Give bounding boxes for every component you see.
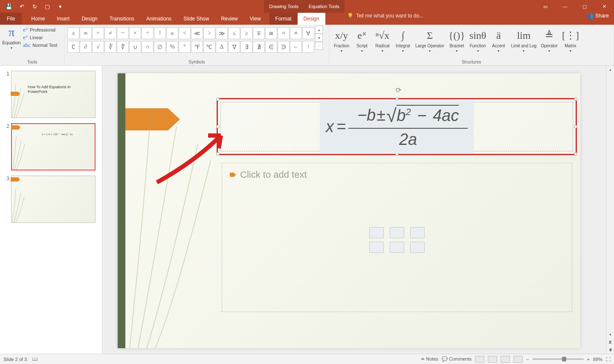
symbol-cell[interactable]: ≠ bbox=[104, 27, 116, 39]
resize-handle[interactable] bbox=[574, 125, 577, 128]
tab-review[interactable]: Review bbox=[215, 13, 243, 25]
symbol-cell[interactable]: ∩ bbox=[142, 41, 154, 53]
symbol-cell[interactable]: ∀ bbox=[302, 27, 314, 39]
insert-table-icon[interactable] bbox=[369, 227, 384, 238]
notes-button[interactable]: ≐ Notes bbox=[421, 356, 438, 362]
tab-home[interactable]: Home bbox=[25, 13, 51, 25]
symbol-cell[interactable]: ≅ bbox=[265, 27, 277, 39]
symbol-cell[interactable]: ≡ bbox=[290, 27, 302, 39]
matrix-button[interactable]: [⋮]Matrix▾ bbox=[560, 26, 581, 54]
share-button[interactable]: 👥 Share bbox=[587, 13, 609, 19]
insert-video-icon[interactable] bbox=[410, 242, 425, 253]
symbol-cell[interactable]: ∃ bbox=[240, 41, 252, 53]
insert-smartart-icon[interactable] bbox=[410, 227, 425, 238]
symbols-more-icon[interactable]: ⋯ bbox=[315, 42, 323, 50]
large_operator-button[interactable]: ΣLarge Operator▾ bbox=[414, 26, 446, 54]
symbol-cell[interactable]: ∝ bbox=[166, 27, 178, 39]
symbol-cell[interactable]: ∞ bbox=[80, 27, 92, 39]
symbol-cell[interactable]: < bbox=[179, 27, 191, 39]
function-button[interactable]: sinθFunction▾ bbox=[468, 26, 488, 54]
symbol-cell[interactable]: √ bbox=[92, 41, 104, 53]
operator-button[interactable]: ≜Operator▾ bbox=[539, 26, 559, 54]
scroll-down-icon[interactable]: ▾ bbox=[607, 331, 614, 338]
resize-handle[interactable] bbox=[216, 152, 220, 156]
symbol-cell[interactable]: ! bbox=[154, 27, 166, 39]
thumbnail-1[interactable]: 1 How To Add Equations In PowerPoint bbox=[3, 71, 98, 118]
insert-online-picture-icon[interactable] bbox=[390, 242, 404, 253]
symbols-scroll-up-icon[interactable]: ▴ bbox=[315, 26, 323, 34]
symbol-cell[interactable]: ℃ bbox=[203, 41, 215, 53]
symbol-cell[interactable]: ∋ bbox=[278, 41, 290, 53]
scroll-up-icon[interactable]: ▴ bbox=[607, 66, 614, 73]
sorter-view-icon[interactable] bbox=[488, 356, 497, 363]
comments-button[interactable]: 💬 Comments bbox=[442, 356, 472, 362]
rotate-handle-icon[interactable]: ⟳ bbox=[396, 86, 401, 94]
slideshow-view-icon[interactable] bbox=[513, 356, 523, 363]
symbol-cell[interactable]: ≤ bbox=[228, 27, 240, 39]
undo-icon[interactable]: ↶ bbox=[16, 1, 27, 12]
symbol-cell[interactable]: ∈ bbox=[265, 41, 277, 53]
start-show-icon[interactable]: ▢ bbox=[42, 1, 53, 12]
zoom-thumb[interactable] bbox=[562, 357, 566, 361]
tab-transitions[interactable]: Transitions bbox=[104, 13, 140, 25]
integral-button[interactable]: ∫Integral▾ bbox=[393, 26, 413, 54]
symbol-cell[interactable]: ← bbox=[290, 41, 302, 53]
prev-slide-icon[interactable]: ⯭ bbox=[607, 338, 614, 346]
zoom-out-icon[interactable]: − bbox=[526, 357, 529, 362]
normal-view-icon[interactable] bbox=[475, 356, 484, 363]
tab-view[interactable]: View bbox=[244, 13, 267, 25]
zoom-percent[interactable]: 89% bbox=[593, 357, 602, 362]
save-icon[interactable]: 💾 bbox=[3, 1, 14, 12]
reading-view-icon[interactable] bbox=[501, 356, 510, 363]
fraction-button[interactable]: x/yFraction▾ bbox=[332, 26, 351, 54]
quadratic-formula[interactable]: x = −b ± √ b2 bbox=[326, 105, 468, 149]
slide-canvas[interactable]: ⟳ x = −b bbox=[118, 73, 580, 348]
symbol-cell[interactable]: ÷ bbox=[142, 27, 154, 39]
symbol-cell[interactable]: ∛ bbox=[104, 41, 116, 53]
symbol-cell[interactable]: ∆ bbox=[216, 41, 228, 53]
close-icon[interactable]: ✕ bbox=[594, 0, 614, 13]
tab-equation-design[interactable]: Design bbox=[298, 13, 325, 25]
symbol-cell[interactable]: ∇ bbox=[228, 41, 240, 53]
symbol-cell[interactable]: ∪ bbox=[129, 41, 141, 53]
thumbnail-3[interactable]: 3 bbox=[3, 176, 98, 223]
resize-handle[interactable] bbox=[216, 125, 220, 128]
symbol-cell[interactable]: > bbox=[203, 27, 215, 39]
tab-slideshow[interactable]: Slide Show bbox=[177, 13, 215, 25]
slide-editor[interactable]: ⟳ x = −b bbox=[102, 66, 614, 354]
symbol-cell[interactable]: × bbox=[129, 27, 141, 39]
next-slide-icon[interactable]: ⯯ bbox=[607, 346, 614, 354]
equation-textbox[interactable]: x = −b ± √ b2 bbox=[217, 98, 577, 155]
redo-icon[interactable]: ↻ bbox=[29, 1, 40, 12]
maximize-icon[interactable]: ▢ bbox=[575, 0, 594, 13]
symbols-scroll-down-icon[interactable]: ▾ bbox=[315, 34, 323, 42]
resize-handle[interactable] bbox=[216, 98, 220, 101]
script-button[interactable]: eˣScript▾ bbox=[352, 26, 372, 54]
slide-indicator[interactable]: Slide 2 of 3 bbox=[3, 357, 27, 362]
professional-button[interactable]: eˣProfessional bbox=[23, 26, 58, 33]
content-placeholder[interactable]: Click to add text bbox=[222, 163, 572, 312]
insert-picture-icon[interactable] bbox=[369, 242, 384, 253]
zoom-slider[interactable] bbox=[533, 358, 584, 360]
equation-button[interactable]: π Equation ▾ bbox=[3, 26, 20, 50]
symbol-cell[interactable]: ≈ bbox=[278, 27, 290, 39]
linear-button[interactable]: eˣLinear bbox=[23, 34, 58, 41]
symbol-cell[interactable]: ° bbox=[179, 41, 191, 53]
symbol-cell[interactable]: ↑ bbox=[302, 41, 314, 53]
symbol-cell[interactable]: ∄ bbox=[253, 41, 265, 53]
zoom-in-icon[interactable]: + bbox=[587, 357, 590, 362]
symbol-cell[interactable]: ∓ bbox=[253, 27, 265, 39]
symbol-cell[interactable]: ~ bbox=[117, 27, 129, 39]
symbol-cell[interactable]: ∜ bbox=[117, 41, 129, 53]
symbol-cell[interactable]: ∅ bbox=[154, 41, 166, 53]
insert-chart-icon[interactable] bbox=[390, 227, 404, 238]
tab-format[interactable]: Format bbox=[269, 13, 298, 25]
tab-animations[interactable]: Animations bbox=[140, 13, 177, 25]
limit_log-button[interactable]: limLimit and Log▾ bbox=[509, 26, 538, 54]
resize-handle[interactable] bbox=[574, 98, 577, 101]
bracket-button[interactable]: {()}Bracket▾ bbox=[447, 26, 467, 54]
symbol-cell[interactable]: = bbox=[92, 27, 104, 39]
equation-content[interactable]: x = −b ± √ b2 bbox=[220, 102, 573, 151]
tab-file[interactable]: File bbox=[0, 13, 22, 25]
spellcheck-icon[interactable]: 📖 bbox=[32, 356, 38, 362]
